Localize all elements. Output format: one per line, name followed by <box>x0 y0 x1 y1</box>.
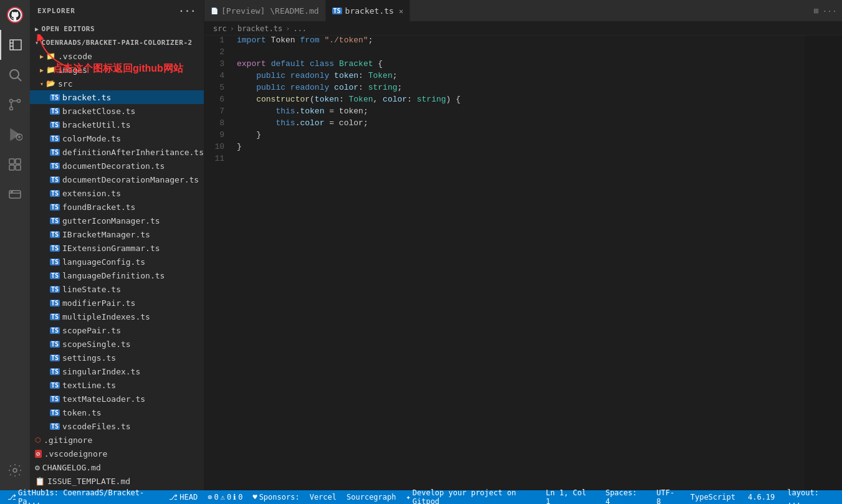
file-foundBracket-ts[interactable]: TS foundBracket.ts <box>30 200 204 214</box>
svg-rect-10 <box>16 159 21 164</box>
status-language[interactable]: TypeScript <box>688 493 738 502</box>
file-vscodeignore[interactable]: ⊘ .vscodeignore <box>30 447 204 460</box>
open-editors-section[interactable]: ▶ OPEN EDITORS <box>30 22 204 36</box>
line-number: 9 <box>204 130 234 142</box>
status-errors[interactable]: ⊗ 0 ⚠ 0 ℹ 0 <box>205 493 245 502</box>
more-options-icon[interactable]: ··· <box>179 6 196 16</box>
file-scopeSingle-ts[interactable]: TS scopeSingle.ts <box>30 337 204 351</box>
folder-icon: 📁 <box>46 65 55 74</box>
breadcrumb: src › bracket.ts › ... <box>204 22 842 36</box>
line-number: 1 <box>204 36 234 47</box>
status-branch[interactable]: ⎇ HEAD <box>166 493 200 502</box>
status-spaces[interactable]: Spaces: 4 <box>603 488 646 504</box>
ts-file-icon: TS <box>50 354 60 361</box>
file-settings-ts[interactable]: TS settings.ts <box>30 351 204 364</box>
file-singularIndex-ts[interactable]: TS singularIndex.ts <box>30 364 204 378</box>
info-count: 0 <box>238 493 242 502</box>
svg-point-0 <box>10 70 19 78</box>
tab-readme[interactable]: 📄 [Preview] \README.md <box>204 0 326 22</box>
file-issue-template[interactable]: 📋 ISSUE_TEMPLATE.md <box>30 474 204 488</box>
version-label: 4.6.19 <box>748 493 775 502</box>
file-gitignore[interactable]: ⬡ .gitignore <box>30 433 204 447</box>
split-editor-icon[interactable]: ⊞ <box>814 6 819 16</box>
activity-extensions[interactable] <box>0 150 30 179</box>
line-content: constructor(token: Token, color: string)… <box>234 95 842 107</box>
line-content: export default class Bracket { <box>234 59 842 71</box>
file-bracketclose-ts[interactable]: TS bracketClose.ts <box>30 104 204 118</box>
github-icon-button[interactable] <box>0 0 30 30</box>
ts-file-icon: TS <box>50 245 60 252</box>
code-line: 4 public readonly token: Token; <box>204 71 842 83</box>
breadcrumb-src[interactable]: src <box>213 24 227 33</box>
file-gutterIcon-ts[interactable]: TS gutterIconManager.ts <box>30 214 204 227</box>
line-content: public readonly color: string; <box>234 83 842 95</box>
status-encoding[interactable]: UTF-8 <box>654 488 680 504</box>
file-name: IBracketManager.ts <box>62 230 150 239</box>
tab-close-icon[interactable]: ✕ <box>399 7 403 16</box>
file-modifierPair-ts[interactable]: TS modifierPair.ts <box>30 296 204 310</box>
folder-images[interactable]: ▶ 📁 images <box>30 63 204 77</box>
file-scopePair-ts[interactable]: TS scopePair.ts <box>30 323 204 337</box>
minimap <box>805 36 842 504</box>
code-editor[interactable]: 1 import Token from "./token"; 2 3 expor… <box>204 36 842 504</box>
file-definition-ts[interactable]: TS definitionAfterInheritance.ts <box>30 145 204 159</box>
file-vscodeFiles-ts[interactable]: TS vscodeFiles.ts <box>30 419 204 433</box>
status-right: Ln 1, Col 1 Spaces: 4 UTF-8 TypeScript 4… <box>543 488 837 504</box>
status-gitpod[interactable]: ✦ Develop your project on Gitpod <box>404 488 543 504</box>
warning-icon: ⚠ <box>221 493 225 502</box>
breadcrumb-file[interactable]: bracket.ts <box>237 24 282 33</box>
file-name: .gitignore <box>44 435 92 445</box>
activity-run[interactable] <box>0 120 30 150</box>
file-textLine-ts[interactable]: TS textLine.ts <box>30 378 204 392</box>
file-name: bracket.ts <box>62 93 111 102</box>
heart-icon: ♥ <box>252 493 257 502</box>
more-tab-options-icon[interactable]: ··· <box>823 6 837 16</box>
folder-vscode[interactable]: ▶ 📁 .vscode <box>30 49 204 63</box>
svg-rect-12 <box>16 165 21 170</box>
line-number: 6 <box>204 95 234 107</box>
file-iBracketManager-ts[interactable]: TS IBracketManager.ts <box>30 227 204 241</box>
activity-source-control[interactable] <box>0 90 30 120</box>
file-languageDef-ts[interactable]: TS languageDefinition.ts <box>30 269 204 282</box>
gitpod-label: Develop your project on Gitpod <box>413 488 541 504</box>
activity-remote[interactable] <box>0 179 30 209</box>
file-bracketutil-ts[interactable]: TS bracketUtil.ts <box>30 118 204 131</box>
status-sourcegraph[interactable]: Sourcegraph <box>344 493 398 502</box>
file-iExtensionGrammar-ts[interactable]: TS IExtensionGrammar.ts <box>30 241 204 255</box>
folder-src[interactable]: ▾ 📂 src <box>30 77 204 90</box>
activity-settings[interactable] <box>0 455 30 485</box>
line-content <box>234 154 842 166</box>
status-vercel[interactable]: Vercel <box>307 493 339 502</box>
svg-point-15 <box>11 191 12 193</box>
file-name: bracketUtil.ts <box>62 120 131 130</box>
ts-file-icon: TS <box>50 382 60 389</box>
tab-bracket[interactable]: TS bracket.ts ✕ <box>326 0 411 22</box>
file-extension-ts[interactable]: TS extension.ts <box>30 186 204 200</box>
activity-search[interactable] <box>0 60 30 90</box>
file-textMateLoader-ts[interactable]: TS textMateLoader.ts <box>30 392 204 406</box>
file-colormode-ts[interactable]: TS colorMode.ts <box>30 131 204 145</box>
ts-file-icon: TS <box>50 149 60 156</box>
activity-explorer[interactable] <box>0 30 30 60</box>
status-github-repo[interactable]: ⎇ GitHub1s: CoenraadS/Bracket-Pa... <box>5 488 161 504</box>
file-bracket-ts[interactable]: TS bracket.ts <box>30 90 204 104</box>
file-languageConfig-ts[interactable]: TS languageConfig.ts <box>30 255 204 269</box>
svg-rect-11 <box>9 165 14 170</box>
file-docDecoration-ts[interactable]: TS documentDecoration.ts <box>30 159 204 173</box>
file-lineState-ts[interactable]: TS lineState.ts <box>30 282 204 296</box>
svg-point-16 <box>13 468 17 472</box>
project-section[interactable]: ▾ COENRAADS/BRACKET-PAIR-COLORIZER-2 <box>30 36 204 49</box>
file-token-ts[interactable]: TS token.ts <box>30 406 204 419</box>
tab-actions[interactable]: ⊞ ··· <box>809 6 842 16</box>
tab-bracket-icon: TS <box>332 7 342 14</box>
line-number: 5 <box>204 83 234 95</box>
file-docDecorationManager-ts[interactable]: TS documentDecorationManager.ts <box>30 173 204 186</box>
status-position[interactable]: Ln 1, Col 1 <box>543 488 596 504</box>
breadcrumb-sep2: › <box>285 24 290 33</box>
breadcrumb-more[interactable]: ... <box>293 24 307 33</box>
svg-point-4 <box>10 100 13 103</box>
folder-name: images <box>58 65 87 75</box>
status-sponsors[interactable]: ♥ Sponsors: <box>250 493 302 502</box>
file-changelog[interactable]: ⚙ CHANGELOG.md <box>30 460 204 474</box>
file-multipleIndexes-ts[interactable]: TS multipleIndexes.ts <box>30 310 204 323</box>
